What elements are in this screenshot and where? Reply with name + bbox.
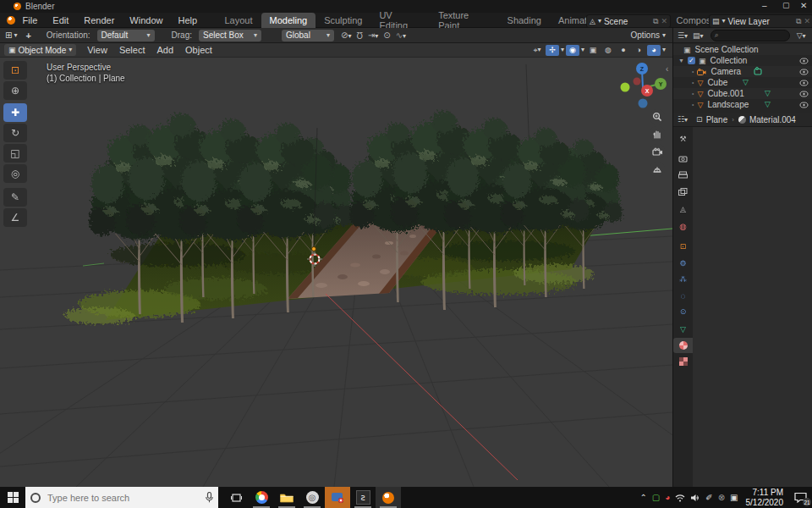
tab-sculpting[interactable]: Sculpting [315, 13, 370, 28]
camera-data-icon[interactable] [754, 67, 765, 75]
mesh-data-icon[interactable]: ▽ [743, 78, 749, 86]
proportional-editing-icon[interactable]: ⊙ [383, 30, 390, 40]
menu-help[interactable]: Help [170, 13, 205, 28]
action-center-button[interactable]: 21 [788, 487, 812, 508]
taskbar-app-chrome[interactable] [249, 487, 274, 508]
hide-eye-icon[interactable] [799, 90, 809, 99]
breadcrumb-material[interactable]: Material.004 [749, 115, 796, 124]
tab-layout[interactable]: Layout [216, 13, 261, 28]
taskbar-app-sharex[interactable]: ꙅ [350, 487, 376, 508]
tab-constraints[interactable]: ⊙ [673, 304, 693, 319]
tool-scale[interactable]: ◱ [3, 144, 27, 163]
tab-modeling[interactable]: Modeling [261, 13, 316, 28]
light-origin[interactable] [312, 247, 316, 251]
outliner-row-collection[interactable]: ▼ ✓ ▣ Collection [673, 55, 812, 66]
tray-pen-icon[interactable]: ✐ [703, 493, 715, 502]
tab-physics[interactable]: ◌ [673, 288, 693, 303]
tray-app-icon[interactable]: ▣ [727, 493, 740, 502]
blender-menu-icon[interactable] [7, 16, 15, 25]
taskbar-app-recorder[interactable]: ◎ [299, 487, 325, 508]
unlink-scene-icon[interactable]: ✕ [661, 17, 667, 25]
pan-view-button[interactable] [650, 126, 665, 141]
tab-scene[interactable]: ◬ [673, 202, 693, 217]
shading-material-icon[interactable]: ◑ [632, 45, 645, 56]
mesh-data-icon[interactable]: ▽ [765, 100, 771, 108]
new-scene-icon[interactable]: ⧉ [653, 17, 658, 26]
tab-texture-paint[interactable]: Texture Paint [430, 13, 498, 28]
tray-teamviewer-icon[interactable]: ▢ [650, 493, 662, 502]
shading-dropdown[interactable]: ▾ [662, 47, 666, 53]
tab-object[interactable]: ⊡ [673, 239, 693, 254]
scene-selector[interactable]: ◬ ▾ Scene ⧉ ✕ [586, 14, 671, 28]
menu-window[interactable]: Window [122, 13, 170, 28]
outliner-search[interactable]: ⌕ [710, 30, 790, 41]
tab-material[interactable] [673, 338, 693, 353]
menu-add[interactable]: Add [151, 45, 179, 55]
hide-eye-icon[interactable] [799, 68, 809, 77]
sidebar-collapse-arrow[interactable]: ‹ [666, 64, 668, 74]
menu-edit[interactable]: Edit [45, 13, 76, 28]
tray-record-icon[interactable]: ◕ [662, 493, 672, 502]
tab-texture[interactable] [673, 354, 693, 369]
tab-render[interactable] [673, 151, 693, 166]
outliner-row-cube-001[interactable]: • ▽ Cube.001 ▽ [673, 88, 812, 99]
taskbar-search[interactable] [25, 487, 218, 508]
object-visibility-icon[interactable]: ⌖▾ [530, 45, 544, 56]
filter-funnel-icon[interactable]: ▽▾ [797, 31, 806, 40]
tab-modifiers[interactable]: ⚙ [673, 256, 693, 271]
close-button[interactable]: ✕ [800, 1, 807, 10]
outliner-row-landscape[interactable]: • ▽ Landscape ▽ [673, 99, 812, 110]
tab-output[interactable] [673, 168, 693, 183]
taskbar-app-blender[interactable] [376, 487, 401, 508]
taskbar-app-active-capture[interactable] [325, 487, 350, 508]
tray-x-icon[interactable]: ⊗ [716, 493, 727, 502]
proportional-falloff-icon[interactable]: ∿▾ [396, 30, 406, 40]
outliner-row-camera[interactable]: • Camera [673, 66, 812, 77]
taskbar-clock[interactable]: 7:11 PM 5/12/2020 [746, 488, 784, 507]
menu-render[interactable]: Render [76, 13, 122, 28]
remove-view-layer-icon[interactable]: ✕ [804, 17, 810, 25]
tool-transform[interactable]: ◎ [3, 164, 27, 183]
tab-shading[interactable]: Shading [499, 13, 550, 28]
taskbar-app-explorer[interactable] [274, 487, 299, 508]
viewport-3d[interactable]: ▣ Object Mode ▾ View Select Add Object ⌖… [0, 43, 672, 487]
display-mode-icon[interactable]: ☰▾ [678, 31, 688, 40]
minimize-button[interactable]: – [762, 1, 767, 10]
options-dropdown[interactable]: Options▾ [631, 30, 666, 40]
shading-rendered-icon[interactable]: ◕ [647, 45, 661, 56]
tab-particles[interactable]: ⁂ [673, 272, 693, 287]
tab-object-data[interactable]: ▽ [673, 322, 693, 337]
viewport-canvas[interactable] [0, 58, 672, 487]
shading-solid-icon[interactable]: ● [617, 45, 630, 56]
outliner-row-scene-collection[interactable]: ▣ Scene Collection [673, 44, 812, 55]
properties-filter-icon[interactable]: ☷▾ [678, 115, 688, 124]
overlays-toggle-icon[interactable]: ◉ [566, 45, 579, 56]
snap-target-icon[interactable]: ⇥▾ [368, 30, 378, 40]
wifi-icon[interactable] [672, 494, 688, 502]
filter-collection-icon[interactable]: ▤▾ [693, 31, 704, 40]
drag-dropdown[interactable]: Select Box▾ [199, 30, 261, 41]
view-layer-selector[interactable]: ▤ ▾ View Layer ⧉ ✕ [709, 14, 812, 28]
snap-magnet-icon[interactable]: Ω [356, 30, 362, 40]
tab-tool[interactable]: ⚒ [673, 131, 693, 146]
microphone-icon[interactable] [206, 492, 213, 503]
tool-measure[interactable]: ∠ [3, 208, 27, 227]
start-button[interactable] [0, 487, 25, 508]
tab-world[interactable]: ◍ [673, 218, 693, 234]
shading-wireframe-icon[interactable]: ◍ [601, 45, 615, 56]
new-view-layer-icon[interactable]: ⧉ [796, 17, 801, 26]
outliner-row-cube[interactable]: • ▽ Cube ▽ [673, 77, 812, 88]
navigation-gizmo[interactable]: Z Y X [618, 60, 671, 113]
mode-dropdown[interactable]: ▣ Object Mode ▾ [4, 44, 76, 56]
menu-view[interactable]: View [81, 45, 113, 55]
breadcrumb-object[interactable]: Plane [706, 115, 728, 124]
tool-cursor[interactable]: ⊕ [3, 81, 27, 100]
collection-checkbox[interactable]: ✓ [688, 57, 695, 64]
volume-icon[interactable] [688, 494, 703, 502]
tool-select-box[interactable]: ⊡ [3, 61, 27, 80]
menu-file[interactable]: File [15, 13, 46, 28]
mesh-data-icon[interactable]: ▽ [765, 89, 771, 97]
tool-annotate[interactable]: ✎ [3, 188, 27, 207]
overlays-dropdown[interactable]: ▾ [581, 47, 584, 53]
tray-expand-chevron[interactable]: ⌃ [637, 493, 649, 502]
